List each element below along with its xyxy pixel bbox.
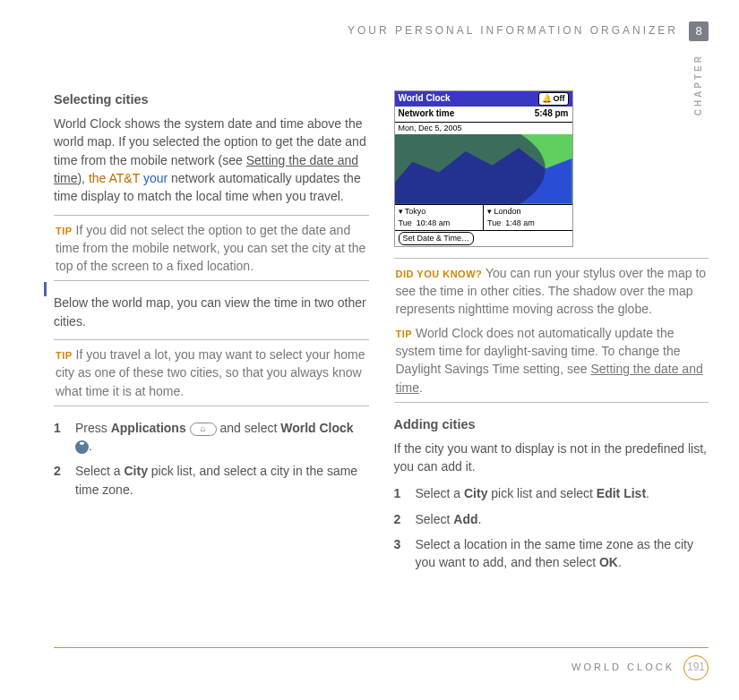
step-text: Select a: [416, 486, 464, 500]
screenshot-app-title: World Clock: [399, 92, 451, 106]
step-text: Select a location in the same time zone …: [416, 537, 694, 569]
procedure-list: Press Applications ⌂ and select World Cl…: [54, 419, 369, 499]
screenshot-titlebar: World Clock 🔔Off: [395, 91, 572, 107]
step-text: Select a: [75, 464, 124, 478]
tip-box: TIP If you did not select the option to …: [54, 215, 369, 282]
change-bar-marker: [44, 282, 47, 296]
tip-body: World Clock does not automatically updat…: [396, 326, 703, 395]
applications-button-icon: ⌂: [190, 423, 217, 436]
info-box: DID YOU KNOW? You can run your stylus ov…: [394, 258, 709, 403]
city-cell: ▾ Tokyo Tue 10:48 am: [395, 205, 484, 230]
ui-term: World Clock: [280, 421, 353, 435]
paragraph: World Clock shows the system date and ti…: [54, 115, 369, 205]
off-label: Off: [554, 93, 565, 105]
step-text: .: [646, 486, 649, 500]
running-header: YOUR PERSONAL INFORMATION ORGANIZER: [348, 23, 678, 38]
current-time-value: 5:48 pm: [535, 107, 569, 121]
inserted-text-your: your: [143, 171, 168, 185]
left-column: Selecting cities World Clock shows the s…: [54, 90, 369, 579]
network-time-label: Network time: [399, 107, 455, 121]
step-text: .: [89, 439, 92, 453]
ui-term: City: [124, 464, 147, 478]
screenshot-network-row: Network time 5:48 pm: [395, 107, 572, 123]
set-date-time-button-row: Set Date & Time…: [395, 230, 572, 246]
content-columns: Selecting cities World Clock shows the s…: [54, 90, 709, 579]
step-text: .: [478, 512, 482, 526]
ui-term: OK: [599, 555, 618, 569]
tip-box: TIP If you travel a lot, you may want to…: [54, 339, 369, 406]
alarm-off-toggle: 🔔Off: [538, 92, 569, 106]
step-text: Select: [416, 512, 454, 526]
page-header: YOUR PERSONAL INFORMATION ORGANIZER 8: [54, 21, 709, 41]
tip-body: If you travel a lot, you may want to sel…: [56, 347, 365, 398]
step-text: .: [618, 555, 622, 569]
city-time: 1:48 am: [505, 218, 535, 227]
list-item: Select a City pick list, and select a ci…: [54, 462, 369, 499]
tip-label: TIP: [56, 350, 73, 361]
city-name: Tokyo: [405, 207, 426, 216]
list-item: Press Applications ⌂ and select World Cl…: [54, 419, 369, 456]
procedure-list: Select a City pick list and select Edit …: [394, 484, 709, 571]
city-row: ▾ Tokyo Tue 10:48 am ▾ London Tue 1:48 a…: [395, 204, 572, 230]
tip-body: If you did not select the option to get …: [56, 223, 365, 274]
tip-label: TIP: [56, 226, 73, 236]
step-text: Press: [75, 421, 111, 435]
ui-term: Applications: [111, 421, 186, 435]
section-heading-selecting-cities: Selecting cities: [54, 90, 369, 109]
city-cell: ▾ London Tue 1:48 am: [483, 205, 572, 230]
tip-text: .: [419, 380, 423, 395]
step-text: pick list and select: [487, 486, 596, 500]
deleted-text-att: the AT&T: [89, 171, 143, 185]
current-date-value: Mon, Dec 5, 2005: [395, 123, 572, 134]
chapter-label-vertical: CHAPTER: [692, 54, 706, 115]
did-you-know-label: DID YOU KNOW?: [396, 269, 483, 279]
world-map-icon: [395, 134, 572, 204]
step-text: and select: [219, 421, 280, 435]
city-time: 10:48 am: [417, 218, 451, 227]
list-item: Select a location in the same time zone …: [394, 535, 709, 572]
world-clock-screenshot: World Clock 🔔Off Network time 5:48 pm Mo…: [394, 90, 573, 247]
ui-term: Add: [453, 512, 477, 526]
body-text: ),: [77, 171, 88, 185]
page-footer: WORLD CLOCK 191: [54, 647, 709, 680]
city-day: Tue: [487, 218, 501, 227]
city-name: London: [494, 207, 521, 216]
ui-term: City: [464, 486, 487, 500]
tip-label: TIP: [396, 329, 413, 339]
list-item: Select a City pick list and select Edit …: [394, 484, 709, 502]
ui-term: Edit List: [597, 486, 646, 500]
right-column: World Clock 🔔Off Network time 5:48 pm Mo…: [394, 90, 709, 579]
page-number-badge: 191: [683, 655, 709, 680]
list-item: Select Add.: [394, 510, 709, 528]
world-clock-icon: [75, 440, 89, 454]
paragraph: Below the world map, you can view the ti…: [54, 294, 369, 330]
paragraph: If the city you want to display is not i…: [394, 440, 709, 476]
set-date-time-button: Set Date & Time…: [399, 232, 475, 245]
section-heading-adding-cities: Adding cities: [394, 415, 709, 434]
footer-section-title: WORLD CLOCK: [571, 661, 675, 675]
city-day: Tue: [399, 218, 412, 227]
chapter-number-badge: 8: [689, 21, 709, 41]
